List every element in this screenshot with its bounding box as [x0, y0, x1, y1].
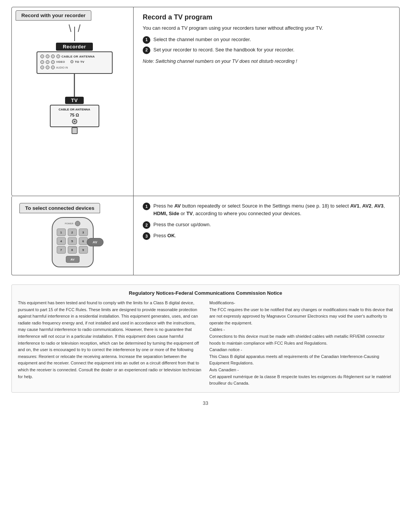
select-step-3-text: Press OK.: [153, 232, 176, 240]
regulatory-columns: This equipment has been tested and found…: [18, 300, 393, 387]
intro-text: You can record a TV program using your r…: [143, 24, 392, 32]
av-oval[interactable]: AV: [87, 238, 104, 246]
remote-power-row: POWER: [65, 221, 80, 226]
antenna-wire: [74, 32, 75, 41]
section-tab-record: Record with your recorder: [16, 10, 91, 21]
audio-in-label: AUDIO IN: [56, 66, 68, 69]
num-btn-4[interactable]: 4: [57, 237, 66, 245]
select-step-1: 1 Press he AV button repeatedly or selec…: [143, 202, 392, 217]
to-tv-dot: [70, 60, 73, 64]
select-step-1-text: Press he AV button repeatedly or select …: [153, 202, 392, 217]
section-tab-select: To select connected devices: [19, 203, 100, 213]
tv-port-circle: [72, 119, 77, 124]
recorder-badge: Recorder: [56, 43, 93, 51]
select-step-num-1: 1: [143, 203, 150, 210]
remote-body: POWER 1 2 3 4 5 6 7 8 9: [52, 217, 94, 267]
hdmi-bold: HDMI, Side: [153, 211, 179, 216]
num-btn-8[interactable]: 8: [68, 246, 77, 254]
regulatory-title: Regulatory Notices-Federal Communication…: [18, 290, 393, 296]
step-list: 1 Select the channel number on your reco…: [143, 36, 392, 54]
step-num-1: 1: [143, 36, 150, 44]
cable-line-1: [74, 74, 75, 97]
select-step-num-2: 2: [143, 221, 150, 229]
recorder-row-3: AUDIO IN: [40, 66, 109, 69]
page: Record with your recorder Recorder: [0, 0, 411, 532]
select-step-2-text: Press the cursor up/down.: [153, 221, 211, 228]
recorder-row-1: CABLE OR ANTENNA: [40, 54, 109, 58]
left-panel-record: Record with your recorder Recorder: [12, 7, 134, 196]
num-btn-7[interactable]: 7: [57, 246, 66, 254]
port-circle-9: [46, 66, 49, 69]
antenna-arm-left: [68, 24, 71, 32]
note-text: Note: Switching channel numbers on your …: [143, 58, 392, 65]
port-circle-4: [56, 54, 60, 58]
antenna-diagram: [70, 24, 80, 41]
power-btn: [75, 221, 80, 226]
step-2: 2 Set your recorder to record. See the h…: [143, 46, 392, 54]
right-panel-record: Record a TV program You can record a TV …: [134, 7, 399, 196]
av1-bold: AV1: [350, 203, 359, 209]
port-circle-10: [51, 66, 55, 69]
select-step-2: 2 Press the cursor up/down.: [143, 221, 392, 229]
select-step-3: 3 Press OK.: [143, 232, 392, 240]
port-circle-3: [51, 54, 55, 58]
page-number: 33: [11, 400, 400, 406]
step-2-text: Set your recorder to record. See the han…: [153, 46, 295, 54]
reg-col-left: This equipment has been tested and found…: [18, 300, 202, 387]
section-select: To select connected devices POWER 1 2 3 …: [11, 196, 400, 275]
cable-antenna-tv-label: CABLE OR ANTENNA: [59, 108, 90, 112]
record-title: Record a TV program: [143, 13, 392, 21]
step-num-2: 2: [143, 46, 150, 54]
regulatory-section: Regulatory Notices-Federal Communication…: [11, 284, 400, 393]
tv-badge: TV: [65, 97, 84, 104]
antenna-arm-right: [78, 24, 80, 32]
tv-box: CABLE OR ANTENNA 75 Ω: [50, 105, 99, 127]
port-circle-2: [46, 54, 49, 58]
middle-right: 1 Press he AV button repeatedly or selec…: [134, 196, 399, 275]
video-label: VIDEO: [56, 61, 65, 63]
remote-diagram: POWER 1 2 3 4 5 6 7 8 9: [16, 213, 129, 271]
port-circle-7: [51, 60, 55, 64]
recorder-box: CABLE OR ANTENNA VIDEO TO TV: [37, 51, 113, 74]
power-label: POWER: [65, 222, 73, 225]
num-btn-9[interactable]: 9: [79, 246, 88, 254]
ohm-label: 75 Ω: [70, 113, 79, 118]
av-button[interactable]: AV: [66, 256, 80, 263]
num-btn-5[interactable]: 5: [68, 237, 77, 245]
connector-plug: [72, 127, 78, 134]
port-circle-1: [40, 54, 44, 58]
antenna-center: [74, 27, 75, 32]
remote-numpad: 1 2 3 4 5 6 7 8 9: [57, 228, 89, 254]
reg-col-right: Modifications- The FCC requires the user…: [209, 300, 393, 387]
num-btn-1[interactable]: 1: [57, 228, 66, 236]
cable-antenna-label: CABLE OR ANTENNA: [62, 55, 95, 58]
ok-bold: OK: [167, 233, 175, 238]
num-btn-2[interactable]: 2: [68, 228, 77, 236]
step-1-text: Select the channel number on your record…: [153, 36, 251, 43]
select-step-list: 1 Press he AV button repeatedly or selec…: [143, 202, 392, 240]
to-tv-circle: [70, 60, 73, 63]
antenna-fork: [70, 24, 80, 32]
tv-port-dot: [74, 121, 75, 122]
to-tv-label: TO TV: [75, 60, 84, 64]
port-circle-5: [40, 60, 44, 64]
middle-left: To select connected devices POWER 1 2 3 …: [12, 196, 134, 275]
port-circle-8: [40, 66, 44, 69]
av-bold: AV: [174, 203, 181, 209]
section-record: Record with your recorder Recorder: [11, 7, 400, 196]
tv-bold: TV: [186, 211, 193, 216]
recorder-row-2: VIDEO TO TV: [40, 60, 109, 64]
select-step-num-3: 3: [143, 232, 150, 240]
step-1: 1 Select the channel number on your reco…: [143, 36, 392, 44]
recorder-diagram: Recorder CABLE OR ANTENNA VIDEO: [12, 21, 133, 196]
num-btn-3[interactable]: 3: [79, 228, 88, 236]
av3-bold: AV3: [374, 203, 383, 209]
av2-bold: AV2: [362, 203, 371, 209]
port-circle-6: [46, 60, 49, 64]
